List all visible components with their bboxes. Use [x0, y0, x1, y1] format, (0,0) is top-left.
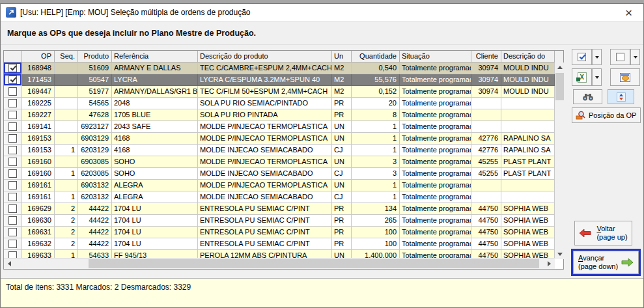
cell-situacao: Totalmente programada	[400, 133, 471, 145]
posicao-op-button[interactable]: Posição da OP	[572, 107, 641, 123]
row-checkbox[interactable]	[4, 121, 22, 133]
table-row[interactable]: 1691606903085SOHOMOLDE P/INJECAO TERMOPL…	[4, 156, 563, 168]
row-checkbox[interactable]	[4, 133, 22, 145]
table-row[interactable]: 16894851609ARMANY E DALLASTEC C/CAMBRE+E…	[4, 63, 563, 74]
column-header-referencia[interactable]: Referência	[112, 51, 198, 63]
row-checkbox[interactable]	[4, 191, 22, 203]
cell-cliente_desc: PLAST PLANT	[501, 156, 555, 168]
horizontal-scroll-thumb[interactable]	[89, 259, 539, 268]
report-icon	[620, 73, 630, 82]
cell-op: 169632	[22, 238, 55, 250]
column-header-produto[interactable]: Produto	[78, 51, 112, 63]
cell-un: CJ	[332, 191, 352, 203]
row-checkbox[interactable]	[4, 156, 22, 168]
title-bar: [Usu: HELP] [Emp: MOU] Seleção múltipla …	[1, 4, 643, 21]
cell-un: PR	[332, 109, 352, 121]
horizontal-scrollbar[interactable]	[4, 258, 555, 269]
row-checkbox[interactable]	[4, 168, 22, 180]
cell-un: UN	[332, 180, 352, 191]
scroll-right-icon[interactable]	[544, 259, 555, 269]
table-row[interactable]: 16916016203085SOHOMOLDE INJECAO SEMIACAB…	[4, 168, 563, 180]
row-checkbox[interactable]	[4, 145, 22, 156]
cell-situacao: Totalmente programada	[400, 145, 471, 156]
search-button[interactable]	[573, 89, 602, 104]
row-checkbox[interactable]	[4, 74, 22, 86]
cell-descricao: ENTRESOLA PU SEMIAC C/PINT	[198, 238, 332, 250]
cell-situacao: Totalmente programada	[400, 121, 471, 133]
table-row[interactable]: 169227476281705 BLUESOLA PU RIO PINTADAP…	[4, 109, 563, 121]
table-row[interactable]: 16916116203132ALEGRAMOLDE INJECAO SEMIAC…	[4, 191, 563, 203]
table-row[interactable]: 1696322444221704 LUENTRESOLA PU SEMIAC C…	[4, 238, 563, 250]
column-header-situacao[interactable]: Situação	[400, 51, 471, 63]
table-row[interactable]: 16915369031294168MOLDE P/INJECAO TERMOPL…	[4, 133, 563, 145]
voltar-button[interactable]: Voltar (page up)	[574, 221, 632, 245]
cell-produto: 6203132	[78, 191, 112, 203]
column-order-button[interactable]	[608, 89, 634, 104]
cell-seq	[55, 180, 78, 191]
cell-cliente: 44750	[471, 215, 501, 227]
table-row[interactable]: 1691616903132ALEGRAMOLDE P/INJECAO TERMO…	[4, 180, 563, 191]
cell-produto: 44422	[78, 238, 112, 250]
column-header-un[interactable]: Un	[332, 51, 352, 63]
avancar-label-group: Avançar (page down)	[578, 254, 618, 271]
column-header-seq[interactable]: Seq.	[55, 51, 78, 63]
table-row[interactable]: 169225545652048SOLA PU RIO SEMIAC/PINTAD…	[4, 98, 563, 109]
table-row[interactable]: 1696312444221704 LUENTRESOLA PU SEMIAC C…	[4, 227, 563, 238]
cell-referencia: 2043 SAFE	[112, 121, 198, 133]
export-excel-dropdown[interactable]	[592, 68, 602, 86]
uncheck-all-dropdown[interactable]	[630, 49, 640, 65]
row-checkbox[interactable]	[4, 109, 22, 121]
scroll-up-icon[interactable]	[555, 63, 565, 72]
column-header-cliente_desc[interactable]: Descrição do	[501, 51, 555, 63]
checkbox-empty-icon	[8, 87, 17, 96]
op-position-icon	[576, 111, 585, 120]
check-all-button[interactable]	[572, 49, 592, 65]
export-excel-button[interactable]	[572, 68, 592, 86]
vertical-scrollbar[interactable]	[555, 63, 565, 259]
cell-descricao: TEC C/FILM 50+ESPUM 2,4MM+CACH	[198, 86, 332, 98]
vertical-scroll-thumb[interactable]	[555, 73, 564, 100]
close-button[interactable]: ×	[614, 4, 643, 21]
cell-referencia: SOHO	[112, 168, 198, 180]
cell-situacao: Totalmente programada	[400, 227, 471, 238]
scroll-left-icon[interactable]	[4, 259, 15, 269]
cell-produto: 44422	[78, 215, 112, 227]
orders-grid: OPSeq.ProdutoReferênciaDescrição do prod…	[3, 50, 564, 270]
table-row[interactable]: 1696302444221704 LUENTRESOLA PU SEMIAC C…	[4, 215, 563, 227]
uncheck-all-button[interactable]	[610, 49, 630, 65]
cell-produto: 6923127	[78, 121, 112, 133]
avancar-button[interactable]: Avançar (page down)	[573, 251, 639, 274]
check-all-dropdown[interactable]	[592, 49, 602, 65]
column-header-descricao[interactable]: Descrição do produto	[198, 51, 332, 63]
scroll-down-icon[interactable]	[555, 249, 565, 259]
row-checkbox[interactable]	[4, 180, 22, 191]
table-row[interactable]: 169153162031294168MOLDE INJECAO SEMIACAB…	[4, 145, 563, 156]
cell-seq	[55, 109, 78, 121]
table-row[interactable]: 1696292444221704 LUENTRESOLA PU SEMIAC C…	[4, 203, 563, 215]
cell-cliente_desc: SOPHIA WEB	[501, 238, 555, 250]
row-checkbox[interactable]	[4, 238, 22, 250]
cell-seq: 1	[55, 191, 78, 203]
table-row[interactable]: 16944751977ARMANY/DALLAS/GR1 BOTEC C/FIL…	[4, 86, 563, 98]
cell-seq: 2	[55, 215, 78, 227]
cell-cliente_desc	[501, 121, 555, 133]
row-checkbox[interactable]	[4, 86, 22, 98]
column-header-quantidade[interactable]: Quantidade	[352, 51, 400, 63]
chevron-down-icon	[595, 56, 599, 59]
cell-referencia: 4168	[112, 133, 198, 145]
row-checkbox[interactable]	[4, 203, 22, 215]
column-header-op[interactable]: OP	[22, 51, 55, 63]
column-header-cliente[interactable]: Cliente	[471, 51, 501, 63]
row-checkbox[interactable]	[4, 63, 22, 74]
row-checkbox[interactable]	[4, 227, 22, 238]
table-row[interactable]: 17145350547LYCRALYCRA C/ESPUMA 3.2MM+SPU…	[4, 74, 563, 86]
cell-referencia: 1704 LU	[112, 215, 198, 227]
row-checkbox[interactable]	[4, 215, 22, 227]
table-row[interactable]: 16914169231272043 SAFEMOLDE P/INJECAO TE…	[4, 121, 563, 133]
column-header-cb[interactable]	[4, 51, 22, 63]
checkbox-checked-icon	[8, 76, 17, 84]
sort-columns-icon	[617, 92, 626, 102]
cell-seq: 2	[55, 238, 78, 250]
report-button[interactable]	[610, 68, 640, 86]
row-checkbox[interactable]	[4, 98, 22, 109]
